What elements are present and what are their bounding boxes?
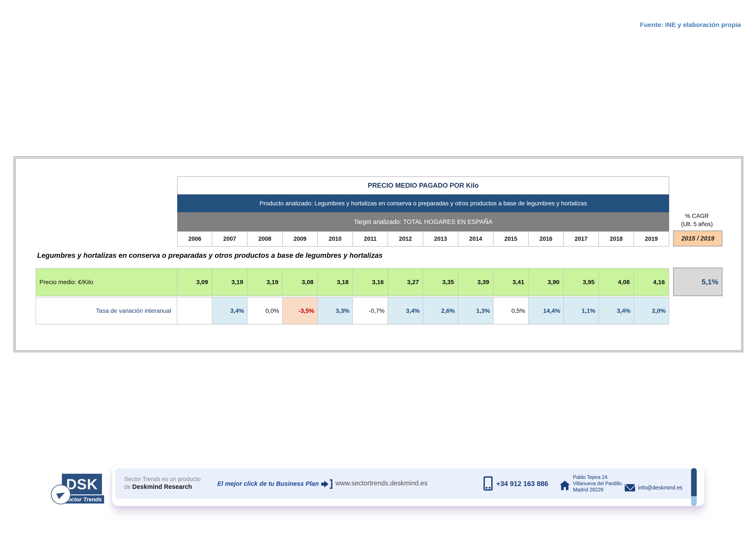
- variation-cell: 3,3%: [318, 297, 353, 324]
- link-arrow-icon: [321, 479, 333, 489]
- dsk-logo-text: DSK: [66, 476, 98, 493]
- variation-cell: 3,4%: [388, 297, 423, 324]
- footer-tagline-prefix: de: [124, 484, 132, 490]
- price-cell: 4,08: [599, 268, 634, 296]
- year-header: 2008: [248, 231, 283, 246]
- price-cell: 3,39: [458, 268, 494, 296]
- variation-cell: 14,4%: [528, 297, 564, 324]
- year-header: 2006: [177, 231, 212, 246]
- year-header: 2015: [494, 231, 528, 246]
- price-row-label: Precio medio: €/Kilo: [36, 268, 177, 296]
- years-header-row: 2006 2007 2008 2009 2010 2011 2012 2013 …: [177, 231, 669, 246]
- year-header: 2017: [564, 231, 599, 246]
- variation-row-label: Tasa de variación interanual: [36, 297, 177, 324]
- year-header: 2009: [283, 231, 318, 246]
- paper-plane-glyph: [56, 490, 67, 499]
- home-icon: [560, 481, 570, 490]
- price-cell: 3,16: [353, 268, 388, 296]
- website-link[interactable]: www.sectortrends.deskmind.es: [336, 479, 427, 487]
- address-line2: Villanueva del Pardillo.: [573, 480, 623, 487]
- year-header: 2007: [212, 231, 248, 246]
- footer-tagline: Sector Trends es un producto de Deskmind…: [124, 475, 201, 491]
- variation-cell: 2,6%: [423, 297, 458, 324]
- section-title: Legumbres y hortalizas en conserva o pre…: [37, 251, 383, 260]
- year-header: 2019: [634, 231, 669, 246]
- paper-plane-icon: [51, 485, 71, 504]
- email-link[interactable]: info@deskmind.es: [638, 485, 683, 491]
- variation-cell: 3,4%: [599, 297, 634, 324]
- footer-tagline-line1: Sector Trends es un producto: [124, 475, 201, 483]
- cagr-header: % CAGR (Ult. 5 años): [669, 212, 724, 228]
- cagr-value-cell: 5,1%: [673, 268, 723, 296]
- phone-icon: [483, 476, 493, 491]
- address-line1: Pablo Tejera 24.: [573, 474, 623, 480]
- price-cell: 3,09: [177, 268, 212, 296]
- year-header: 2012: [388, 231, 423, 246]
- variation-cell: 2,0%: [634, 297, 669, 324]
- address: Pablo Tejera 24. Villanueva del Pardillo…: [573, 474, 623, 493]
- variation-cell: 1,1%: [564, 297, 599, 324]
- footer-brand: Deskmind Research: [132, 483, 192, 490]
- table-title: PRECIO MEDIO PAGADO POR Kilo: [177, 177, 669, 195]
- variation-cell: 1,3%: [458, 297, 494, 324]
- variation-cell: -0,7%: [353, 297, 388, 324]
- price-cell: 3,18: [318, 268, 353, 296]
- product-analyzed-row: Producto analizado: Legumbres y hortaliz…: [177, 195, 669, 212]
- price-cell: 3,19: [212, 268, 248, 296]
- variation-cell: 0,0%: [248, 297, 283, 324]
- price-cell: 3,19: [248, 268, 283, 296]
- cagr-header-line2: (Ult. 5 años): [669, 220, 724, 228]
- variation-cell: 3,4%: [212, 297, 248, 324]
- year-header: 2013: [423, 231, 458, 246]
- target-analyzed-row: Target analizado: TOTAL HOGARES EN ESPAÑ…: [177, 212, 669, 231]
- price-cell: 4,16: [634, 268, 669, 296]
- variation-cell: [177, 297, 212, 324]
- source-note: Fuente: INE y elaboración propia: [640, 21, 741, 28]
- envelope-icon: [625, 484, 635, 492]
- year-header: 2018: [599, 231, 634, 246]
- price-row: Precio medio: €/Kilo 3,09 3,19 3,19 3,08…: [36, 268, 669, 296]
- year-header: 2014: [458, 231, 494, 246]
- price-cell: 3,95: [564, 268, 599, 296]
- variation-row: Tasa de variación interanual 3,4% 0,0% -…: [36, 297, 669, 324]
- phone-number: +34 912 163 886: [496, 480, 548, 488]
- cagr-period-cell: 2015 / 2019: [673, 230, 723, 246]
- price-cell: 3,27: [388, 268, 423, 296]
- address-line3: Madrid 28229: [573, 487, 623, 493]
- price-cell: 3,35: [423, 268, 458, 296]
- price-cell: 3,08: [283, 268, 318, 296]
- footer-slogan: El mejor click de tu Business Plan: [217, 480, 319, 487]
- footer-accent-bar: [691, 468, 697, 506]
- year-header: 2016: [528, 231, 564, 246]
- variation-cell: 0,5%: [494, 297, 528, 324]
- variation-cell: -3,5%: [283, 297, 318, 324]
- year-header: 2011: [353, 231, 388, 246]
- price-cell: 3,90: [528, 268, 564, 296]
- year-header: 2010: [318, 231, 353, 246]
- price-cell: 3,41: [494, 268, 528, 296]
- cagr-header-line1: % CAGR: [669, 212, 724, 220]
